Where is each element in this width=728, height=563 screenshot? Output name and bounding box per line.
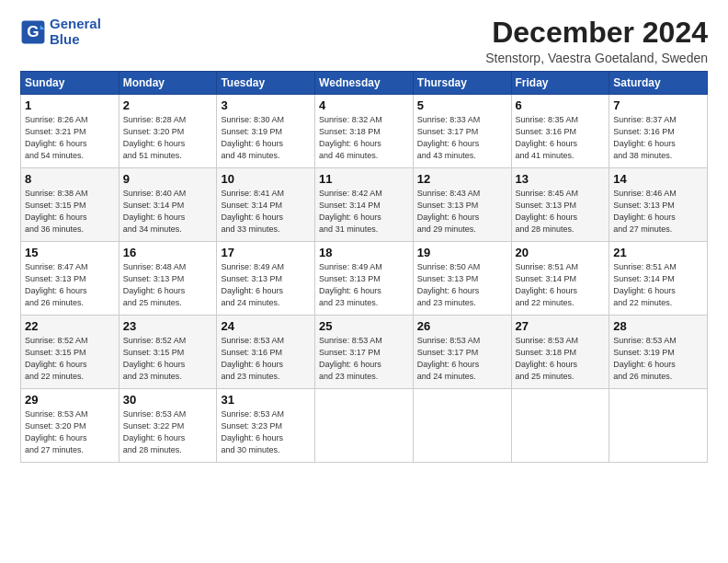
day-cell: 17Sunrise: 8:49 AM Sunset: 3:13 PM Dayli… xyxy=(217,242,315,316)
day-cell: 11Sunrise: 8:42 AM Sunset: 3:14 PM Dayli… xyxy=(315,168,414,242)
col-header-tuesday: Tuesday xyxy=(217,72,315,95)
calendar-table: SundayMondayTuesdayWednesdayThursdayFrid… xyxy=(20,71,708,463)
day-cell: 7Sunrise: 8:37 AM Sunset: 3:16 PM Daylig… xyxy=(609,95,708,168)
col-header-monday: Monday xyxy=(119,72,217,95)
day-cell: 21Sunrise: 8:51 AM Sunset: 3:14 PM Dayli… xyxy=(609,242,708,316)
day-cell: 16Sunrise: 8:48 AM Sunset: 3:13 PM Dayli… xyxy=(119,242,217,316)
day-number: 27 xyxy=(516,319,606,333)
day-info: Sunrise: 8:41 AM Sunset: 3:14 PM Dayligh… xyxy=(221,188,311,236)
day-info: Sunrise: 8:53 AM Sunset: 3:23 PM Dayligh… xyxy=(221,408,311,456)
week-row-5: 29Sunrise: 8:53 AM Sunset: 3:20 PM Dayli… xyxy=(21,389,708,463)
day-number: 26 xyxy=(417,319,507,333)
day-number: 24 xyxy=(221,319,311,333)
day-info: Sunrise: 8:52 AM Sunset: 3:15 PM Dayligh… xyxy=(123,335,213,383)
day-number: 8 xyxy=(25,172,115,186)
day-info: Sunrise: 8:48 AM Sunset: 3:13 PM Dayligh… xyxy=(123,261,213,309)
day-number: 14 xyxy=(613,172,703,186)
day-info: Sunrise: 8:52 AM Sunset: 3:15 PM Dayligh… xyxy=(25,335,115,383)
svg-text:G: G xyxy=(27,22,39,40)
day-number: 13 xyxy=(516,172,606,186)
day-cell xyxy=(315,389,414,463)
day-info: Sunrise: 8:51 AM Sunset: 3:14 PM Dayligh… xyxy=(613,261,703,309)
day-number: 5 xyxy=(417,98,507,112)
day-cell: 23Sunrise: 8:52 AM Sunset: 3:15 PM Dayli… xyxy=(119,316,217,389)
day-info: Sunrise: 8:33 AM Sunset: 3:17 PM Dayligh… xyxy=(417,114,507,162)
day-info: Sunrise: 8:53 AM Sunset: 3:18 PM Dayligh… xyxy=(516,335,606,383)
day-cell xyxy=(511,389,609,463)
day-info: Sunrise: 8:53 AM Sunset: 3:22 PM Dayligh… xyxy=(123,408,213,456)
day-cell: 10Sunrise: 8:41 AM Sunset: 3:14 PM Dayli… xyxy=(217,168,315,242)
day-info: Sunrise: 8:30 AM Sunset: 3:19 PM Dayligh… xyxy=(221,114,311,162)
day-info: Sunrise: 8:53 AM Sunset: 3:17 PM Dayligh… xyxy=(417,335,507,383)
day-cell: 24Sunrise: 8:53 AM Sunset: 3:16 PM Dayli… xyxy=(217,316,315,389)
day-number: 1 xyxy=(25,98,115,112)
day-cell: 31Sunrise: 8:53 AM Sunset: 3:23 PM Dayli… xyxy=(217,389,315,463)
day-number: 12 xyxy=(417,172,507,186)
logo-icon: G xyxy=(20,19,46,45)
day-number: 9 xyxy=(123,172,213,186)
day-cell xyxy=(609,389,708,463)
day-info: Sunrise: 8:49 AM Sunset: 3:13 PM Dayligh… xyxy=(319,261,409,309)
col-header-saturday: Saturday xyxy=(609,72,708,95)
day-cell: 15Sunrise: 8:47 AM Sunset: 3:13 PM Dayli… xyxy=(21,242,119,316)
logo-line1: General xyxy=(50,16,101,31)
logo: G General Blue xyxy=(20,17,101,47)
day-info: Sunrise: 8:53 AM Sunset: 3:17 PM Dayligh… xyxy=(319,335,409,383)
day-cell: 28Sunrise: 8:53 AM Sunset: 3:19 PM Dayli… xyxy=(609,316,708,389)
day-info: Sunrise: 8:42 AM Sunset: 3:14 PM Dayligh… xyxy=(319,188,409,236)
day-number: 28 xyxy=(613,319,703,333)
day-cell: 26Sunrise: 8:53 AM Sunset: 3:17 PM Dayli… xyxy=(413,316,511,389)
day-number: 3 xyxy=(221,98,311,112)
day-cell: 19Sunrise: 8:50 AM Sunset: 3:13 PM Dayli… xyxy=(413,242,511,316)
day-cell: 6Sunrise: 8:35 AM Sunset: 3:16 PM Daylig… xyxy=(511,95,609,168)
day-cell: 14Sunrise: 8:46 AM Sunset: 3:13 PM Dayli… xyxy=(609,168,708,242)
day-number: 11 xyxy=(319,172,409,186)
week-row-4: 22Sunrise: 8:52 AM Sunset: 3:15 PM Dayli… xyxy=(21,316,708,389)
day-info: Sunrise: 8:53 AM Sunset: 3:19 PM Dayligh… xyxy=(613,335,703,383)
day-number: 10 xyxy=(221,172,311,186)
day-info: Sunrise: 8:53 AM Sunset: 3:16 PM Dayligh… xyxy=(221,335,311,383)
day-cell: 2Sunrise: 8:28 AM Sunset: 3:20 PM Daylig… xyxy=(119,95,217,168)
title-block: December 2024 Stenstorp, Vaestra Goetala… xyxy=(485,17,708,65)
day-number: 16 xyxy=(123,246,213,259)
day-number: 17 xyxy=(221,246,311,259)
day-info: Sunrise: 8:47 AM Sunset: 3:13 PM Dayligh… xyxy=(25,261,115,309)
day-number: 18 xyxy=(319,246,409,259)
page-header: G General Blue December 2024 Stenstorp, … xyxy=(20,17,708,65)
header-row: SundayMondayTuesdayWednesdayThursdayFrid… xyxy=(21,72,708,95)
day-number: 30 xyxy=(123,393,213,407)
day-cell: 22Sunrise: 8:52 AM Sunset: 3:15 PM Dayli… xyxy=(21,316,119,389)
day-number: 2 xyxy=(123,98,213,112)
day-info: Sunrise: 8:26 AM Sunset: 3:21 PM Dayligh… xyxy=(25,114,115,162)
day-info: Sunrise: 8:51 AM Sunset: 3:14 PM Dayligh… xyxy=(516,261,606,309)
day-cell: 5Sunrise: 8:33 AM Sunset: 3:17 PM Daylig… xyxy=(413,95,511,168)
day-info: Sunrise: 8:28 AM Sunset: 3:20 PM Dayligh… xyxy=(123,114,213,162)
day-cell: 20Sunrise: 8:51 AM Sunset: 3:14 PM Dayli… xyxy=(511,242,609,316)
day-info: Sunrise: 8:53 AM Sunset: 3:20 PM Dayligh… xyxy=(25,408,115,456)
day-info: Sunrise: 8:46 AM Sunset: 3:13 PM Dayligh… xyxy=(613,188,703,236)
day-info: Sunrise: 8:45 AM Sunset: 3:13 PM Dayligh… xyxy=(516,188,606,236)
day-info: Sunrise: 8:35 AM Sunset: 3:16 PM Dayligh… xyxy=(516,114,606,162)
day-cell: 12Sunrise: 8:43 AM Sunset: 3:13 PM Dayli… xyxy=(413,168,511,242)
month-title: December 2024 xyxy=(485,17,708,49)
calendar-page: G General Blue December 2024 Stenstorp, … xyxy=(0,0,728,563)
day-number: 19 xyxy=(417,246,507,259)
day-info: Sunrise: 8:49 AM Sunset: 3:13 PM Dayligh… xyxy=(221,261,311,309)
day-number: 31 xyxy=(221,393,311,407)
week-row-1: 1Sunrise: 8:26 AM Sunset: 3:21 PM Daylig… xyxy=(21,95,708,168)
day-number: 6 xyxy=(516,98,606,112)
day-cell: 4Sunrise: 8:32 AM Sunset: 3:18 PM Daylig… xyxy=(315,95,414,168)
day-cell: 29Sunrise: 8:53 AM Sunset: 3:20 PM Dayli… xyxy=(21,389,119,463)
day-number: 7 xyxy=(613,98,703,112)
day-number: 21 xyxy=(613,246,703,259)
day-info: Sunrise: 8:38 AM Sunset: 3:15 PM Dayligh… xyxy=(25,188,115,236)
day-cell: 13Sunrise: 8:45 AM Sunset: 3:13 PM Dayli… xyxy=(511,168,609,242)
location-subtitle: Stenstorp, Vaestra Goetaland, Sweden xyxy=(485,51,708,65)
day-info: Sunrise: 8:40 AM Sunset: 3:14 PM Dayligh… xyxy=(123,188,213,236)
day-info: Sunrise: 8:32 AM Sunset: 3:18 PM Dayligh… xyxy=(319,114,409,162)
col-header-friday: Friday xyxy=(511,72,609,95)
week-row-2: 8Sunrise: 8:38 AM Sunset: 3:15 PM Daylig… xyxy=(21,168,708,242)
day-cell: 30Sunrise: 8:53 AM Sunset: 3:22 PM Dayli… xyxy=(119,389,217,463)
day-number: 23 xyxy=(123,319,213,333)
day-number: 20 xyxy=(516,246,606,259)
